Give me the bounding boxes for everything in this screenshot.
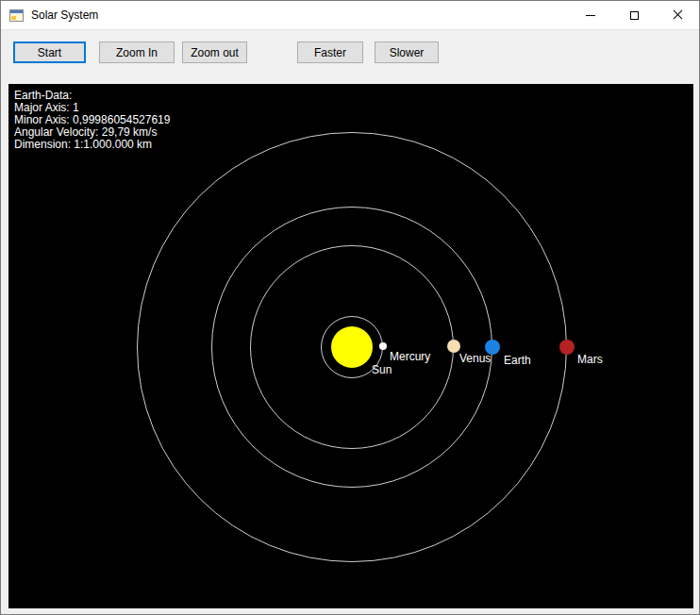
solar-canvas: Earth-Data: Major Axis: 1 Minor Axis: 0,… [8,84,693,608]
close-button[interactable] [656,1,699,29]
minimize-button[interactable] [569,1,612,29]
app-window: { "window": { "title": "Solar System", "… [0,0,700,615]
earth-label: Earth [504,354,531,367]
window-controls [569,1,699,29]
earth-data-panel: Earth-Data: Major Axis: 1 Minor Axis: 0,… [14,90,170,151]
app-icon [9,9,24,22]
faster-button[interactable]: Faster [297,42,363,63]
start-button[interactable]: Start [13,42,86,63]
venus-body [447,340,460,353]
window-title: Solar System [31,8,98,22]
info-line-dimension: Dimension: 1:1.000.000 km [14,139,170,151]
mars-label: Mars [577,353,603,366]
toolbar: Start Zoom In Zoom out Faster Slower [1,30,699,83]
earth-body [485,340,500,355]
zoom-in-button[interactable]: Zoom In [99,42,175,63]
sun-label: Sun [372,363,392,376]
mercury-body [379,342,387,350]
minimize-icon [586,15,595,16]
sun-body [331,326,373,368]
slower-button[interactable]: Slower [375,42,439,63]
mercury-label: Mercury [390,350,430,363]
maximize-icon [630,11,639,20]
maximize-button[interactable] [612,1,656,29]
zoom-out-button[interactable]: Zoom out [182,42,247,63]
close-icon [673,10,682,20]
titlebar: Solar System [1,1,699,30]
venus-label: Venus [459,352,491,365]
mars-body [559,340,575,355]
